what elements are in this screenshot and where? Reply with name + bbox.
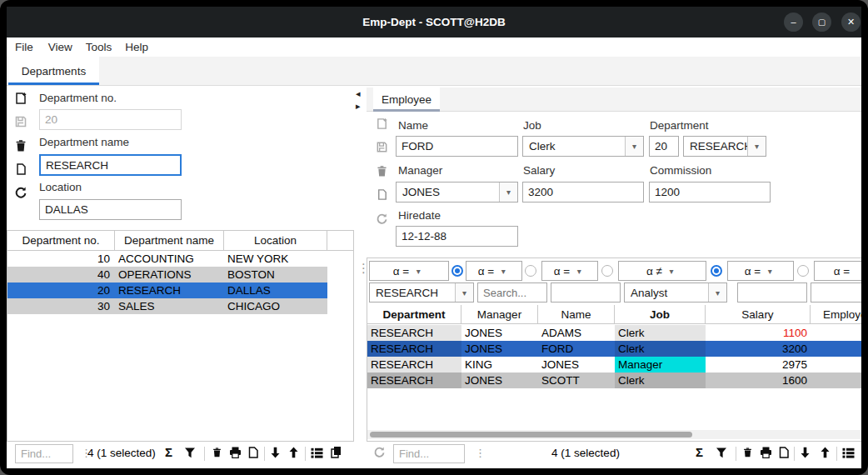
filter-radio-job[interactable]: [711, 265, 722, 277]
sum-icon[interactable]: Σ: [165, 445, 172, 459]
filter-op-department[interactable]: α =▾: [369, 261, 449, 281]
refresh-record-icon[interactable]: [376, 212, 389, 226]
delete-record-icon[interactable]: [14, 139, 27, 152]
find-input[interactable]: [393, 444, 465, 463]
col-header-name[interactable]: Name: [538, 305, 615, 324]
filter-op-employee[interactable]: α =: [814, 261, 861, 281]
filter-value-manager[interactable]: [477, 282, 547, 302]
save-record-icon[interactable]: [376, 141, 389, 154]
departments-tab-bar: [7, 57, 861, 86]
find-input[interactable]: [15, 444, 73, 463]
department-combobox[interactable]: RESEARCH ▾: [683, 136, 766, 157]
insert-record-icon[interactable]: [376, 118, 389, 131]
table-row[interactable]: 30 SALES CHICAGO: [7, 298, 327, 314]
hiredate-field[interactable]: [396, 226, 518, 247]
salary-field[interactable]: [522, 182, 644, 202]
splitter-collapse-left-icon[interactable]: ◂: [356, 88, 361, 99]
table-row[interactable]: 10 ACCOUNTING NEW YORK: [7, 251, 327, 267]
table-row[interactable]: RESEARCH KING JONES Manager 2975: [367, 357, 861, 372]
menu-file[interactable]: File: [12, 41, 37, 53]
filter-radio-manager[interactable]: [525, 265, 536, 277]
delete-rows-icon[interactable]: [212, 447, 222, 458]
list-view-icon[interactable]: [842, 448, 855, 458]
splitter-collapse-right-icon[interactable]: ▸: [356, 101, 361, 112]
tab-departments-label: Departments: [22, 65, 86, 78]
employee-tab-indicator: [373, 109, 440, 112]
filter-icon[interactable]: [184, 448, 196, 458]
filter-radio-name[interactable]: [601, 265, 613, 277]
sum-icon[interactable]: Σ: [696, 445, 703, 459]
move-up-icon[interactable]: [820, 447, 831, 458]
cell-salary: 1600: [706, 372, 811, 388]
table-row[interactable]: 40 OPERATIONS BOSTON: [7, 267, 327, 282]
maximize-button[interactable]: ▢: [812, 12, 831, 32]
filter-op-name[interactable]: α =▾: [541, 261, 598, 281]
cell-deptname: ACCOUNTING: [115, 251, 224, 267]
commission-field[interactable]: [649, 182, 771, 202]
print-icon[interactable]: [229, 447, 242, 458]
stacked-pages-icon[interactable]: [330, 446, 342, 458]
horizontal-scrollbar-track[interactable]: [367, 430, 861, 439]
delete-rows-icon[interactable]: [742, 447, 753, 458]
filter-op-job[interactable]: α ≠▾: [618, 261, 706, 281]
move-down-icon[interactable]: [800, 447, 811, 458]
filter-value-name[interactable]: [551, 282, 621, 302]
name-field[interactable]: [396, 136, 518, 157]
copy-page-icon[interactable]: [779, 447, 789, 458]
tab-employee[interactable]: Employee: [373, 88, 440, 111]
department-no-field[interactable]: [39, 109, 182, 130]
col-header-manager[interactable]: Manager: [461, 305, 538, 324]
move-down-icon[interactable]: [270, 447, 281, 458]
table-row[interactable]: RESEARCH JONES SCOTT Clerk 1600: [367, 372, 861, 388]
print-icon[interactable]: [760, 447, 772, 458]
cell-job: Clerk: [615, 372, 706, 388]
move-up-icon[interactable]: [288, 447, 299, 458]
horizontal-scrollbar-thumb[interactable]: [370, 432, 692, 438]
location-field[interactable]: [39, 199, 182, 220]
table-row-selected[interactable]: RESEARCH JONES FORD Clerk 3200: [367, 341, 861, 357]
menu-tools[interactable]: Tools: [82, 41, 116, 53]
filter-radio-department[interactable]: [451, 265, 463, 277]
delete-record-icon[interactable]: [376, 165, 389, 178]
filter-radio-salary[interactable]: [797, 265, 809, 277]
department-name-field[interactable]: [39, 154, 182, 176]
filter-op-manager[interactable]: α =▾: [466, 261, 522, 281]
filter-op-salary[interactable]: α =▾: [727, 261, 794, 281]
col-header-location[interactable]: Location: [224, 231, 327, 251]
copy-record-icon[interactable]: [376, 188, 389, 202]
filter-value-employee[interactable]: [811, 282, 861, 302]
table-row-selected[interactable]: 20 RESEARCH DALLAS: [7, 282, 327, 298]
close-button[interactable]: ✕: [841, 12, 861, 32]
save-record-icon[interactable]: [14, 115, 27, 128]
department-no-field[interactable]: [649, 136, 679, 157]
col-header-salary[interactable]: Salary: [706, 305, 811, 324]
manager-combobox[interactable]: JONES ▾: [396, 182, 518, 202]
col-header-employee[interactable]: Employee: [811, 305, 861, 324]
menu-help[interactable]: Help: [122, 41, 152, 53]
menu-view[interactable]: View: [45, 41, 76, 53]
list-view-icon[interactable]: [311, 448, 323, 458]
chevron-down-icon: ▾: [572, 262, 586, 280]
filter-value-salary[interactable]: [737, 282, 807, 302]
col-header-department-no[interactable]: Department no.: [7, 231, 115, 251]
refresh-record-icon[interactable]: [14, 186, 27, 199]
tab-departments[interactable]: Departments: [8, 57, 99, 85]
table-row[interactable]: RESEARCH JONES ADAMS Clerk 1100: [367, 325, 861, 341]
cell-job: Clerk: [615, 341, 706, 357]
col-header-department[interactable]: Department: [367, 305, 461, 324]
cell-name: FORD: [538, 341, 615, 357]
toolbar-grip[interactable]: ⋮: [475, 447, 485, 459]
refresh-icon[interactable]: [373, 446, 386, 458]
cell-name: SCOTT: [538, 372, 615, 388]
filter-value-department[interactable]: RESEARCH▾: [369, 282, 474, 302]
cell-name: ADAMS: [538, 325, 615, 341]
insert-record-icon[interactable]: [14, 92, 27, 105]
job-combobox[interactable]: Clerk ▾: [522, 136, 644, 157]
filter-icon[interactable]: [716, 448, 727, 458]
copy-record-icon[interactable]: [14, 162, 27, 176]
copy-page-icon[interactable]: [248, 447, 258, 458]
col-header-job[interactable]: Job: [615, 305, 706, 324]
filter-value-job[interactable]: Analyst▾: [624, 282, 727, 302]
minimize-button[interactable]: –: [784, 12, 803, 32]
col-header-department-name[interactable]: Department name: [115, 231, 224, 251]
